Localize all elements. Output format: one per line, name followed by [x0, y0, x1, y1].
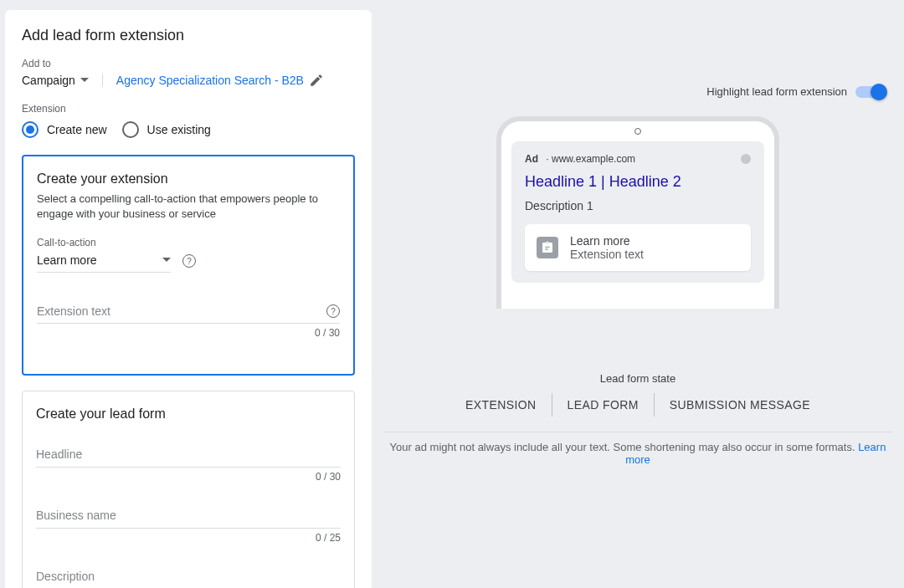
phone-frame: Ad · www.example.com Headline 1 | Headli…	[496, 116, 779, 309]
business-name-field[interactable]: Business name 0 / 25	[36, 503, 341, 544]
tab-lead-form[interactable]: LEAD FORM	[552, 393, 655, 417]
tab-extension[interactable]: EXTENSION	[450, 393, 552, 417]
radio-icon	[22, 121, 39, 138]
phone-preview: Ad · www.example.com Headline 1 | Headli…	[383, 116, 892, 309]
disclaimer: Your ad might not always include all you…	[383, 432, 892, 466]
extension-radio-group: Create new Use existing	[5, 121, 372, 155]
description-field[interactable]: Description 0 / 200	[36, 564, 341, 588]
headline-placeholder: Headline	[36, 447, 82, 461]
addto-scope-select[interactable]: Campaign	[22, 74, 103, 87]
highlight-row: Highlight lead form extension	[383, 10, 892, 98]
campaign-name-link[interactable]: Agency Specialization Search - B2B	[116, 74, 304, 87]
ad-dot: ·	[546, 153, 548, 165]
cta-label: Call-to-action	[37, 237, 171, 248]
chevron-down-icon	[80, 78, 89, 83]
tab-submission-message[interactable]: SUBMISSION MESSAGE	[655, 393, 825, 417]
description-placeholder: Description	[36, 570, 95, 583]
ad-description: Description 1	[525, 199, 751, 212]
highlight-toggle[interactable]	[855, 86, 886, 98]
radio-label: Use existing	[147, 123, 211, 136]
highlight-label: Highlight lead form extension	[706, 85, 847, 98]
pencil-icon[interactable]	[309, 73, 324, 88]
card-title: Create your extension	[37, 171, 340, 187]
phone-camera-icon	[634, 128, 641, 135]
page-title: Add lead form extension	[5, 27, 372, 58]
extension-label: Extension	[5, 103, 372, 121]
cta-field[interactable]: Call-to-action Learn more	[37, 237, 171, 273]
right-panel: Highlight lead form extension Ad · www.e…	[372, 10, 904, 588]
radio-use-existing[interactable]: Use existing	[122, 121, 211, 138]
addto-scope-value: Campaign	[22, 74, 75, 87]
ad-badge: Ad	[525, 153, 538, 165]
headline-counter: 0 / 30	[36, 471, 341, 483]
card-description: Select a compelling call-to-action that …	[37, 192, 340, 222]
headline-field[interactable]: Headline 0 / 30	[36, 442, 341, 483]
extension-text-field[interactable]: Extension text ? 0 / 30	[37, 299, 340, 339]
leadform-state-label: Lead form state	[383, 372, 892, 385]
extension-text-placeholder: Extension text	[37, 304, 110, 318]
help-icon[interactable]: ?	[326, 304, 340, 318]
chevron-down-icon	[162, 258, 171, 263]
cta-value: Learn more	[37, 253, 97, 267]
radio-create-new[interactable]: Create new	[22, 121, 107, 138]
toggle-knob	[871, 84, 887, 100]
leadform-state-tabs: EXTENSION LEAD FORM SUBMISSION MESSAGE	[383, 393, 892, 417]
card-title: Create your lead form	[36, 406, 341, 422]
ad-headline: Headline 1 | Headline 2	[525, 173, 751, 191]
ad-preview-card: Ad · www.example.com Headline 1 | Headli…	[511, 141, 764, 283]
ad-extension-box: Learn more Extension text	[525, 224, 751, 271]
addto-label: Add to	[5, 58, 372, 73]
clipboard-icon	[537, 237, 558, 258]
info-icon	[741, 154, 751, 164]
disclaimer-text: Your ad might not always include all you…	[390, 441, 855, 453]
left-panel: Add lead form extension Add to Campaign …	[5, 10, 372, 588]
business-name-placeholder: Business name	[36, 509, 116, 522]
radio-icon	[122, 121, 139, 138]
ad-url: www.example.com	[552, 153, 635, 165]
create-leadform-card: Create your lead form Headline 0 / 30 Bu…	[22, 391, 355, 588]
extension-subtitle: Extension text	[570, 248, 644, 261]
extension-title: Learn more	[570, 234, 644, 248]
addto-row: Campaign Agency Specialization Search - …	[5, 73, 372, 103]
extension-text-counter: 0 / 30	[37, 327, 340, 339]
create-extension-card: Create your extension Select a compellin…	[22, 155, 355, 376]
business-name-counter: 0 / 25	[36, 532, 341, 544]
radio-label: Create new	[47, 123, 107, 136]
help-icon[interactable]: ?	[182, 254, 196, 268]
